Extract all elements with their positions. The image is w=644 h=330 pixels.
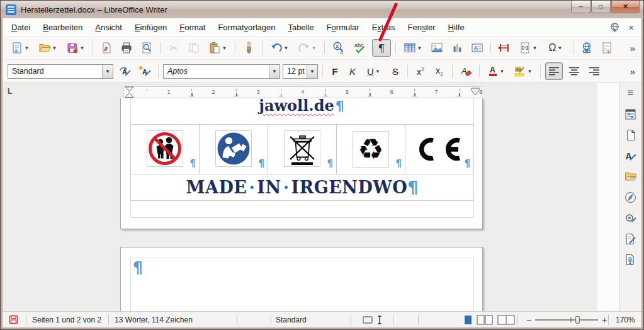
bold-button[interactable]: F (327, 62, 342, 80)
font-size-dropdown[interactable]: ▼ (307, 65, 317, 78)
book-view-icon[interactable] (497, 315, 515, 325)
spelling-button[interactable]: abc (351, 39, 370, 57)
table-cell-weee-bin[interactable]: ¶ (268, 125, 337, 174)
close-button[interactable]: ✕ (611, 1, 640, 13)
export-pdf-button[interactable] (98, 39, 115, 57)
underline-dropdown[interactable]: ▼ (375, 69, 381, 74)
font-name-dropdown[interactable]: ▼ (269, 65, 280, 78)
new-style-button[interactable]: ✱A (136, 62, 154, 80)
highlight-color-dropdown[interactable]: ▼ (527, 69, 533, 74)
table-cell-read-instructions[interactable]: ¶ (200, 125, 268, 174)
insert-textbox-button[interactable]: A (468, 39, 486, 57)
made-in-text[interactable]: MADE·IN·IRGENDWO (186, 178, 408, 197)
made-in-cell[interactable]: MADE·IN·IRGENDWO¶ (131, 174, 474, 201)
toolbar-overflow-button[interactable]: » (630, 43, 635, 54)
menu-tabelle[interactable]: Tabelle (281, 20, 320, 35)
open-button[interactable]: ▼ (35, 39, 60, 57)
multi-page-view-icon[interactable] (477, 315, 493, 325)
document-workspace[interactable]: L 12345678 jawoll.de¶ (3, 83, 597, 311)
insert-footnote-button[interactable]: 1 (598, 39, 616, 57)
page-count-status[interactable]: Seiten 1 und 2 von 2 (32, 312, 101, 327)
redo-button[interactable]: ▼ (295, 39, 320, 57)
menu-einfügen[interactable]: Einfügen (128, 20, 173, 35)
menu-bearbeiten[interactable]: Bearbeiten (37, 20, 89, 35)
selection-mode-icon[interactable] (363, 312, 384, 327)
title-bar[interactable]: Herstellerzettel.docx – LibreOffice Writ… (1, 1, 643, 18)
paste-dropdown[interactable]: ▼ (222, 45, 228, 51)
insert-table-dropdown[interactable]: ▼ (417, 45, 423, 51)
style-inspector-icon[interactable] (623, 212, 638, 224)
document-modified-icon[interactable] (9, 312, 18, 327)
special-character-dropdown[interactable]: ▼ (556, 45, 563, 51)
save-dropdown[interactable]: ▼ (79, 45, 86, 51)
toolbar-overflow-button[interactable]: » (630, 66, 635, 77)
insert-image-button[interactable] (428, 39, 446, 57)
copy-button[interactable] (185, 39, 203, 57)
font-color-button[interactable]: A ▼ (484, 62, 508, 80)
strikethrough-button[interactable]: S (388, 62, 403, 80)
language-status-icon[interactable] (607, 21, 622, 33)
new-document-dropdown[interactable]: ▼ (24, 45, 30, 51)
superscript-button[interactable]: x2 (412, 62, 429, 80)
menu-datei[interactable]: Datei (5, 20, 37, 35)
redo-dropdown[interactable]: ▼ (311, 45, 317, 51)
highlight-color-button[interactable]: ab ▼ (511, 62, 536, 80)
word-count-status[interactable]: 13 Wörter, 114 Zeichen (115, 312, 193, 327)
paragraph-style-dropdown[interactable]: ▼ (102, 65, 113, 78)
table-cell-ce-mark[interactable]: ¶ (405, 125, 474, 174)
insert-chart-button[interactable] (448, 39, 466, 57)
maximize-button[interactable]: □ (591, 1, 611, 13)
font-name-combobox[interactable]: Aptos ▼ (163, 64, 280, 79)
heading-text[interactable]: jawoll.de (259, 96, 334, 115)
subscript-button[interactable]: x2 (431, 62, 448, 80)
insert-page-break-button[interactable] (495, 39, 513, 57)
clear-formatting-button[interactable]: A (457, 62, 475, 80)
table-cell-no-children[interactable]: ¶ (131, 125, 200, 174)
print-button[interactable] (118, 39, 135, 57)
font-size-combobox[interactable]: 12 pt ▼ (283, 64, 318, 79)
italic-button[interactable]: K (345, 62, 360, 80)
properties-icon[interactable] (623, 108, 638, 120)
paste-button[interactable]: ▼ (205, 39, 230, 57)
update-style-button[interactable]: A (116, 62, 133, 80)
find-replace-button[interactable]: ad (329, 39, 348, 57)
zoom-slider[interactable] (535, 319, 598, 321)
page-2[interactable]: ¶ (120, 247, 483, 311)
insert-hyperlink-button[interactable] (578, 39, 596, 57)
menu-format[interactable]: Format (173, 20, 212, 35)
font-color-dropdown[interactable]: ▼ (499, 69, 506, 74)
formatting-marks-button[interactable]: ¶ (372, 39, 391, 57)
minimize-button[interactable]: ─ (571, 1, 590, 13)
menu-formatvorlagen[interactable]: Formatvorlagen (212, 20, 281, 35)
gallery-icon[interactable] (623, 170, 638, 183)
align-right-button[interactable] (585, 62, 603, 80)
open-dropdown[interactable]: ▼ (52, 45, 58, 51)
table-cell-recycling[interactable]: ♻ ¶ (337, 125, 405, 174)
tab-stop-selector[interactable]: L (8, 87, 12, 96)
page-style-status[interactable]: Standard (276, 312, 307, 327)
cut-button[interactable]: ✂ (165, 39, 183, 57)
navigator-icon[interactable] (623, 191, 638, 203)
menu-ansicht[interactable]: Ansicht (89, 20, 128, 35)
close-document-icon[interactable]: × (628, 22, 634, 33)
insert-table-button[interactable]: ▼ (400, 39, 426, 57)
menu-extras[interactable]: Extras (366, 20, 402, 35)
manage-changes-icon[interactable] (623, 232, 638, 245)
zoom-slider-thumb[interactable] (575, 316, 580, 324)
save-button[interactable]: ▼ (63, 39, 88, 57)
paragraph-style-combobox[interactable]: Standard ▼ (8, 64, 113, 79)
page-1[interactable]: jawoll.de¶ ¶ (120, 98, 483, 229)
align-center-button[interactable] (565, 62, 583, 80)
menu-formular[interactable]: Formular (320, 20, 366, 35)
sidebar-settings-menu-icon[interactable]: ≡ (623, 87, 638, 100)
menu-hilfe[interactable]: Hilfe (442, 20, 471, 35)
print-preview-button[interactable] (138, 39, 155, 57)
heading-paragraph[interactable]: jawoll.de¶ (121, 96, 482, 117)
insert-special-character-button[interactable]: Ω ▼ (543, 39, 568, 57)
zoom-level-status[interactable]: 170% (616, 312, 635, 327)
icon-table[interactable]: ¶ ¶ ¶ (130, 124, 474, 201)
insert-field-button[interactable]: ▼ (516, 39, 541, 57)
align-left-button[interactable] (545, 62, 563, 80)
insert-field-dropdown[interactable]: ▼ (532, 45, 538, 51)
zoom-in-button[interactable]: + (598, 315, 611, 325)
